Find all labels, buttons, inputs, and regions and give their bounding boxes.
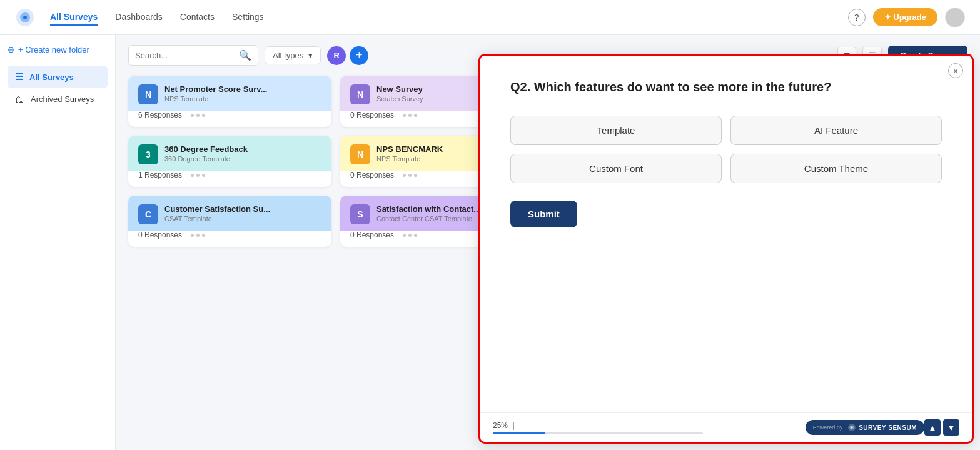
- card-responses-8: 0 Responses: [138, 231, 182, 239]
- progress-separator: |: [512, 421, 514, 430]
- card-type-5: NPS Template: [376, 155, 443, 162]
- nav-settings[interactable]: Settings: [232, 9, 264, 26]
- card-icon-9: S: [350, 204, 370, 224]
- card-icon-5: N: [350, 144, 370, 164]
- card-title-5: NPS BENCMARK: [376, 144, 443, 154]
- modal-close-button[interactable]: ×: [948, 63, 963, 78]
- survey-card-4[interactable]: 3 360 Degree Feedback 360 Degree Templat…: [128, 136, 331, 187]
- survey-card-0[interactable]: N Net Promoter Score Surv... NPS Templat…: [128, 76, 331, 127]
- help-button[interactable]: ?: [848, 9, 866, 26]
- progress-track: [493, 432, 703, 434]
- sidebar-item-archived[interactable]: 🗂 Archived Surveys: [8, 88, 108, 110]
- card-responses-0: 6 Responses: [138, 111, 182, 119]
- nav-dashboards[interactable]: Dashboards: [115, 9, 163, 26]
- user-avatar-r: R: [327, 46, 346, 65]
- card-title-9: Satisfaction with Contact...: [376, 204, 480, 214]
- search-input[interactable]: [135, 51, 235, 60]
- toolbar-left: 🔍 All types ▾ R +: [128, 45, 368, 66]
- plus-icon: ⊕: [8, 45, 14, 54]
- choice-grid: Template AI Feature Custom Font Custom T…: [510, 116, 942, 183]
- card-type-9: Contact Center CSAT Template: [376, 215, 480, 222]
- choice-template[interactable]: Template: [510, 116, 722, 145]
- card-info-5: NPS BENCMARK NPS Template: [376, 144, 443, 162]
- nav-up-button[interactable]: ▲: [924, 419, 941, 436]
- progress-percent: 25%: [493, 421, 508, 430]
- brand-logo: SURVEY SENSUM: [847, 423, 917, 432]
- card-dots-5: [403, 174, 417, 177]
- card-dots-8: [191, 234, 205, 237]
- filter-label: All types: [273, 51, 303, 60]
- sidebar-all-surveys-label: All Surveys: [29, 72, 74, 82]
- progress-fill: [493, 432, 545, 434]
- sidebar-item-all-surveys[interactable]: ☰ All Surveys: [8, 66, 108, 88]
- card-header-0: N Net Promoter Score Surv... NPS Templat…: [128, 76, 331, 111]
- card-icon-0: N: [138, 84, 158, 104]
- submit-button[interactable]: Submit: [510, 201, 577, 228]
- card-body-0: 6 Responses: [128, 111, 331, 127]
- nav-down-button[interactable]: ▼: [943, 419, 959, 436]
- card-icon-4: 3: [138, 144, 158, 164]
- svg-point-5: [851, 427, 853, 429]
- choice-ai-feature[interactable]: AI Feature: [730, 116, 942, 145]
- powered-by-label: Powered by: [813, 424, 843, 431]
- add-member-button[interactable]: +: [350, 46, 368, 65]
- card-dots-9: [403, 234, 417, 237]
- progress-label: 25% |: [493, 421, 793, 430]
- card-title-4: 360 Degree Feedback: [164, 144, 248, 154]
- card-title-8: Customer Satisfaction Su...: [164, 204, 270, 214]
- card-header-8: C Customer Satisfaction Su... CSAT Templ…: [128, 196, 331, 231]
- card-dots-1: [403, 114, 417, 117]
- survey-preview-modal: × Q2. Which features do want to see more…: [478, 54, 974, 444]
- nav-links: All Surveys Dashboards Contacts Settings: [50, 9, 848, 26]
- card-type-0: NPS Template: [164, 95, 267, 102]
- progress-container: 25% |: [493, 421, 793, 434]
- card-icon-8: C: [138, 204, 158, 224]
- card-responses-9: 0 Responses: [350, 231, 394, 239]
- archive-icon: 🗂: [15, 94, 24, 104]
- card-info-1: New Survey Scratch Survey: [376, 84, 423, 102]
- nav-all-surveys[interactable]: All Surveys: [50, 9, 98, 26]
- choice-custom-theme[interactable]: Custom Theme: [730, 154, 942, 183]
- app-logo: [15, 8, 35, 28]
- sidebar-archived-label: Archived Surveys: [31, 94, 94, 104]
- card-body-8: 0 Responses: [128, 231, 331, 247]
- main-layout: ⊕ + Create new folder ☰ All Surveys 🗂 Ar…: [0, 35, 980, 450]
- user-avatar[interactable]: [945, 8, 965, 28]
- chevron-down-icon: ▾: [308, 51, 313, 60]
- content-area: 🔍 All types ▾ R + ⊞ ☰ Create Survey N: [116, 35, 980, 450]
- card-icon-1: N: [350, 84, 370, 104]
- create-folder-label: + Create new folder: [18, 45, 89, 54]
- sidebar: ⊕ + Create new folder ☰ All Surveys 🗂 Ar…: [0, 35, 116, 450]
- card-dots-4: [191, 174, 205, 177]
- card-dots-0: [191, 114, 205, 117]
- card-responses-1: 0 Responses: [350, 111, 394, 119]
- card-title-0: Net Promoter Score Surv...: [164, 84, 267, 94]
- search-box[interactable]: 🔍: [128, 45, 258, 66]
- top-nav: All Surveys Dashboards Contacts Settings…: [0, 0, 980, 35]
- brand-name: SURVEY SENSUM: [859, 424, 917, 431]
- modal-question: Q2. Which features do want to see more i…: [510, 78, 942, 96]
- card-responses-5: 0 Responses: [350, 171, 394, 179]
- surveys-icon: ☰: [15, 71, 23, 82]
- card-info-4: 360 Degree Feedback 360 Degree Template: [164, 144, 248, 162]
- nav-right: ? ✦ Upgrade: [848, 8, 965, 28]
- search-icon: 🔍: [239, 49, 251, 61]
- powered-by-badge: Powered by SURVEY SENSUM: [806, 420, 924, 435]
- svg-point-2: [23, 16, 27, 19]
- card-info-8: Customer Satisfaction Su... CSAT Templat…: [164, 204, 270, 222]
- card-info-9: Satisfaction with Contact... Contact Cen…: [376, 204, 480, 222]
- card-info-0: Net Promoter Score Surv... NPS Template: [164, 84, 267, 102]
- card-type-1: Scratch Survey: [376, 95, 423, 102]
- choice-custom-font[interactable]: Custom Font: [510, 154, 722, 183]
- upgrade-button[interactable]: ✦ Upgrade: [873, 8, 937, 26]
- nav-contacts[interactable]: Contacts: [180, 9, 215, 26]
- modal-footer: 25% | Powered by SURVEY SENSUM ▲: [480, 412, 972, 442]
- card-type-4: 360 Degree Template: [164, 155, 248, 162]
- nav-arrows: ▲ ▼: [924, 419, 959, 436]
- card-title-1: New Survey: [376, 84, 423, 94]
- survey-card-8[interactable]: C Customer Satisfaction Su... CSAT Templ…: [128, 196, 331, 247]
- type-filter[interactable]: All types ▾: [265, 46, 321, 64]
- create-folder-link[interactable]: ⊕ + Create new folder: [8, 45, 108, 54]
- card-header-4: 3 360 Degree Feedback 360 Degree Templat…: [128, 136, 331, 171]
- card-responses-4: 1 Responses: [138, 171, 182, 179]
